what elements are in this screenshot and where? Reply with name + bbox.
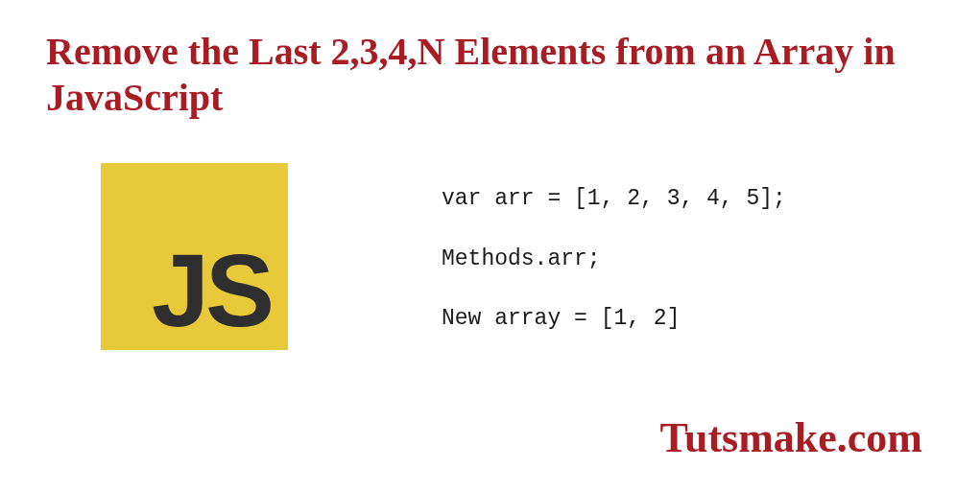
page-title: Remove the Last 2,3,4,N Elements from an… — [46, 29, 934, 121]
js-logo-text: JS — [152, 239, 271, 342]
code-block: var arr = [1, 2, 3, 4, 5]; Methods.arr; … — [442, 182, 786, 362]
code-line-3: New array = [1, 2] — [442, 302, 786, 336]
code-line-2: Methods.arr; — [442, 243, 786, 276]
brand-name: Tutsmake.com — [660, 413, 922, 462]
code-line-1: var arr = [1, 2, 3, 4, 5]; — [442, 182, 786, 216]
js-logo: JS — [101, 163, 288, 350]
